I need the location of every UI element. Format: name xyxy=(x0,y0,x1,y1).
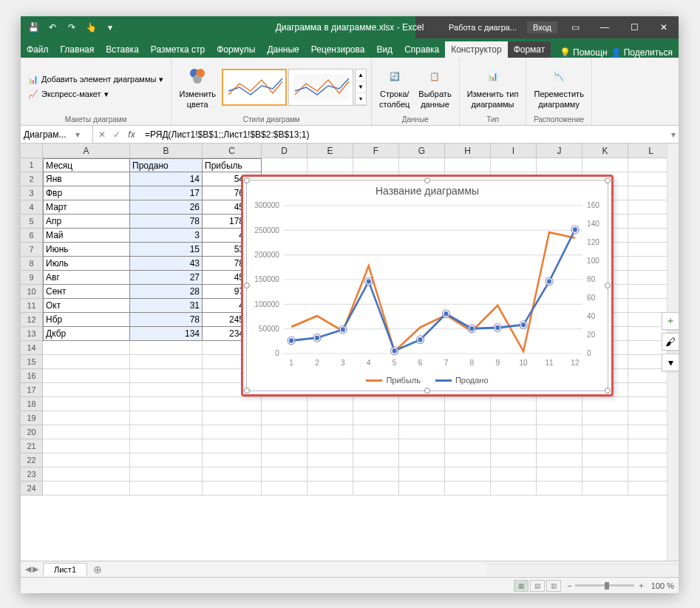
cell[interactable] xyxy=(399,411,445,425)
tab-formulas[interactable]: Формулы xyxy=(211,41,261,58)
cell[interactable] xyxy=(399,482,445,496)
row-header[interactable]: 15 xyxy=(21,355,43,369)
row-header[interactable]: 4 xyxy=(21,200,43,215)
chevron-down-icon[interactable]: ▾ xyxy=(75,129,80,140)
cell[interactable] xyxy=(43,397,130,411)
cell[interactable]: Март xyxy=(43,200,130,215)
cell[interactable] xyxy=(582,482,628,496)
cell[interactable]: 15 xyxy=(130,243,203,257)
row-header[interactable]: 13 xyxy=(21,327,43,341)
cell[interactable] xyxy=(262,411,307,425)
chart-filters-button[interactable]: ▾ xyxy=(662,354,679,371)
cell[interactable] xyxy=(307,453,353,467)
cell[interactable] xyxy=(203,453,262,467)
cell[interactable] xyxy=(307,411,353,425)
tell-me-button[interactable]: 💡Помощн xyxy=(560,47,608,58)
sheet-nav-prev-icon[interactable]: ◀ xyxy=(25,564,31,574)
cell[interactable] xyxy=(307,425,353,439)
legend-item-1[interactable]: Прибыль xyxy=(366,376,421,385)
cell[interactable] xyxy=(582,158,628,172)
chart-style-2[interactable] xyxy=(288,69,353,106)
name-box[interactable]: ▾ xyxy=(21,126,93,143)
cell[interactable] xyxy=(130,369,203,383)
formula-expand-icon[interactable]: ▾ xyxy=(668,129,679,140)
cell[interactable] xyxy=(491,439,537,453)
resize-handle[interactable] xyxy=(605,283,611,288)
cell[interactable] xyxy=(130,439,203,453)
column-header[interactable]: J xyxy=(537,143,582,158)
select-all-corner[interactable] xyxy=(21,143,43,158)
ribbon-options-icon[interactable]: ▭ xyxy=(560,16,590,38)
row-header[interactable]: 19 xyxy=(21,411,43,425)
cell[interactable]: Янв xyxy=(43,172,130,186)
column-header[interactable]: C xyxy=(203,143,262,158)
cell[interactable] xyxy=(262,467,307,482)
tab-data[interactable]: Данные xyxy=(261,41,305,58)
row-header[interactable]: 21 xyxy=(21,439,43,453)
row-header[interactable]: 24 xyxy=(21,482,43,496)
chart-styles-button[interactable]: 🖌 xyxy=(662,333,679,351)
cell[interactable] xyxy=(130,482,203,496)
maximize-icon[interactable]: ☐ xyxy=(619,16,649,38)
qat-customize-icon[interactable]: ▾ xyxy=(102,19,118,36)
cell[interactable] xyxy=(445,425,491,439)
column-header[interactable]: F xyxy=(353,143,399,158)
cell[interactable] xyxy=(130,467,203,482)
cell[interactable] xyxy=(307,467,353,482)
cell[interactable]: 3 xyxy=(130,229,203,243)
row-header[interactable]: 14 xyxy=(21,341,43,355)
cell[interactable]: Фвр xyxy=(43,186,130,200)
cell[interactable]: 78 xyxy=(130,313,203,327)
row-header[interactable]: 3 xyxy=(21,186,43,200)
cell[interactable] xyxy=(262,439,307,453)
gallery-up-icon[interactable]: ▲ xyxy=(356,70,366,81)
cell[interactable] xyxy=(491,467,537,482)
tab-help[interactable]: Справка xyxy=(398,41,445,58)
chart-object[interactable]: Название диаграммы 050000100000150000200… xyxy=(241,175,614,396)
chart-style-1[interactable] xyxy=(222,69,287,106)
cell[interactable]: Продано xyxy=(130,158,203,172)
column-header[interactable]: H xyxy=(445,143,491,158)
row-header[interactable]: 10 xyxy=(21,285,43,299)
cell[interactable] xyxy=(43,355,130,369)
row-header[interactable]: 2 xyxy=(21,172,43,186)
cell[interactable] xyxy=(130,453,203,467)
cell[interactable] xyxy=(445,439,491,453)
cell[interactable]: Нбр xyxy=(43,313,130,327)
cell[interactable] xyxy=(43,425,130,439)
row-header[interactable]: 9 xyxy=(21,271,43,285)
cell[interactable] xyxy=(445,158,491,172)
tab-insert[interactable]: Вставка xyxy=(100,41,145,58)
switch-row-column-button[interactable]: 🔄Строка/ столбец xyxy=(376,63,412,110)
fx-icon[interactable]: fx xyxy=(126,129,137,140)
worksheet-grid[interactable]: ABCDEFGHIJKL 1МесяцПроданоПрибыль2Янв145… xyxy=(21,143,679,561)
select-data-button[interactable]: 📋Выбрать данные xyxy=(415,63,454,110)
cell[interactable] xyxy=(262,453,307,467)
cell[interactable] xyxy=(307,158,353,172)
tab-format[interactable]: Формат xyxy=(508,41,551,58)
resize-handle[interactable] xyxy=(424,388,430,393)
row-header[interactable]: 12 xyxy=(21,313,43,327)
normal-view-icon[interactable]: ▦ xyxy=(514,580,529,592)
close-icon[interactable]: ✕ xyxy=(649,16,679,38)
quick-layout-button[interactable]: 📈Экспресс-макет▾ xyxy=(25,88,112,101)
cell[interactable]: Апр xyxy=(43,215,130,229)
cell[interactable] xyxy=(537,482,582,496)
touch-mode-icon[interactable]: 👆 xyxy=(83,19,99,36)
cell[interactable] xyxy=(537,158,582,172)
cell[interactable]: Май xyxy=(43,229,130,243)
change-chart-type-button[interactable]: 📊Изменить тип диаграммы xyxy=(464,63,522,110)
cell[interactable] xyxy=(43,482,130,496)
cell[interactable] xyxy=(262,482,307,496)
redo-icon[interactable]: ↷ xyxy=(64,19,80,36)
cell[interactable] xyxy=(537,397,582,411)
cell[interactable] xyxy=(445,453,491,467)
cancel-icon[interactable]: ✕ xyxy=(96,129,108,140)
cell[interactable] xyxy=(399,453,445,467)
cell[interactable] xyxy=(399,439,445,453)
cell[interactable] xyxy=(203,425,262,439)
tab-review[interactable]: Рецензирова xyxy=(305,41,371,58)
page-layout-view-icon[interactable]: ▤ xyxy=(530,580,545,592)
cell[interactable] xyxy=(353,467,399,482)
cell[interactable] xyxy=(130,383,203,397)
